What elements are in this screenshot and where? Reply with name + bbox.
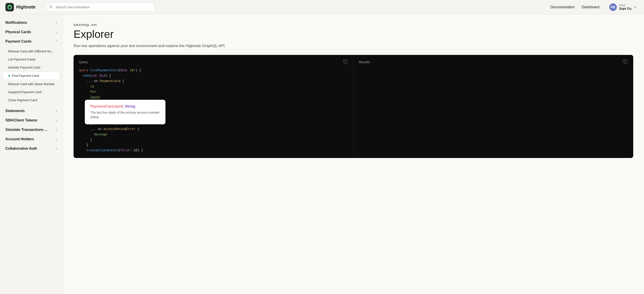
tooltip-colon: : — [123, 104, 125, 108]
sidebar-sub-item-find-payment-card[interactable]: Find Payment Card — [3, 72, 60, 80]
main-content: GRAPHQL API Explorer Run live operations… — [63, 14, 644, 294]
dashboard-link[interactable]: Dashboard — [582, 5, 599, 9]
user-avatar: RB — [609, 3, 617, 11]
chevron-right-icon: › — [56, 30, 57, 34]
code-editor-area: Query query FindPaymentCard($id: ID!) { … — [74, 55, 633, 158]
tooltip-description: The last four digits of the primary acco… — [90, 110, 160, 120]
api-label: GRAPHQL API — [74, 23, 633, 27]
query-panel-label: Query — [79, 60, 88, 64]
sidebar-item-simulate-transactions[interactable]: Simulate Transactions ... › — [0, 125, 62, 134]
tooltip-title: PaymentCard.last4: String — [90, 104, 160, 108]
user-info: TEST Supr Co. — [619, 4, 632, 10]
search-icon — [49, 5, 53, 9]
search-box — [46, 3, 154, 11]
query-panel-header: Query — [79, 59, 348, 64]
payment-cards-sub-menu: Reissue Card with Different Nu... List P… — [0, 46, 62, 106]
sidebar-item-physical-cards[interactable]: Physical Cards › — [0, 27, 62, 37]
chevron-right-icon: › — [56, 119, 57, 122]
tooltip-type: String — [125, 104, 135, 108]
sidebar-item-notifications[interactable]: Notifications › — [0, 18, 62, 27]
page-description: Run live operations against your test en… — [74, 43, 633, 49]
sidebar-sub-item-reissue-different[interactable]: Reissue Card with Different Nu... — [3, 47, 60, 55]
chevron-right-icon: › — [56, 21, 57, 24]
nav-right: Documentation Dashboard RB TEST Supr Co.… — [550, 2, 638, 12]
sidebar: Notifications › Physical Cards › Payment… — [0, 14, 63, 294]
sidebar-item-collaborative-auth[interactable]: Collaborative Auth › — [0, 144, 62, 153]
sidebar-sub-item-activate-payment-card[interactable]: Activate Payment Card — [3, 64, 60, 71]
search-input[interactable] — [46, 3, 154, 11]
chevron-right-icon: › — [56, 128, 57, 132]
chevron-right-icon: › — [56, 147, 57, 150]
tooltip-popup: PaymentCard.last4: String The last four … — [85, 100, 166, 124]
page-title: Explorer — [74, 28, 633, 40]
svg-rect-2 — [345, 61, 347, 64]
chevron-down-icon: ▾ — [634, 5, 636, 9]
results-copy-icon[interactable] — [623, 59, 628, 64]
sidebar-item-statements[interactable]: Statements › — [0, 106, 62, 116]
brand-name: Highnote — [16, 4, 36, 10]
sidebar-item-account-holders[interactable]: Account Holders › — [0, 134, 62, 144]
results-panel-header: Results — [359, 59, 628, 64]
sidebar-sub-item-suspend-payment-card[interactable]: Suspend Payment Card — [3, 88, 60, 96]
results-panel-label: Results — [359, 60, 370, 64]
page-layout: Notifications › Physical Cards › Payment… — [0, 14, 644, 294]
logo-area[interactable]: Highnote — [6, 3, 36, 11]
query-panel: Query query FindPaymentCard($id: ID!) { … — [74, 55, 354, 158]
svg-rect-3 — [624, 61, 627, 64]
tooltip-field: PaymentCard.last4 — [90, 104, 123, 108]
documentation-link[interactable]: Documentation — [550, 5, 575, 9]
active-indicator-dot — [8, 75, 10, 77]
user-badge[interactable]: RB TEST Supr Co. ▾ — [606, 2, 638, 12]
sidebar-sub-item-list-payment-cards[interactable]: List Payment Cards — [3, 55, 60, 63]
chevron-down-icon: ˅ — [56, 40, 57, 43]
chevron-right-icon: › — [56, 137, 57, 141]
top-navigation: Highnote Documentation Dashboard RB TEST… — [0, 0, 644, 14]
chevron-right-icon: › — [56, 109, 57, 113]
highnote-logo-icon — [6, 3, 14, 11]
results-panel: Results — [354, 55, 634, 158]
sidebar-sub-item-reissue-same-number[interactable]: Reissue Card with Same Number — [3, 80, 60, 88]
user-company: Supr Co. — [619, 7, 632, 10]
sidebar-item-payment-cards[interactable]: Payment Cards ˅ — [0, 37, 62, 46]
sidebar-sub-item-close-payment-card[interactable]: Close Payment Card — [3, 96, 60, 104]
copy-icon[interactable] — [343, 59, 348, 64]
user-env: TEST — [619, 4, 632, 7]
sidebar-item-sdk-client-tokens[interactable]: SDK/Client Tokens › — [0, 116, 62, 125]
